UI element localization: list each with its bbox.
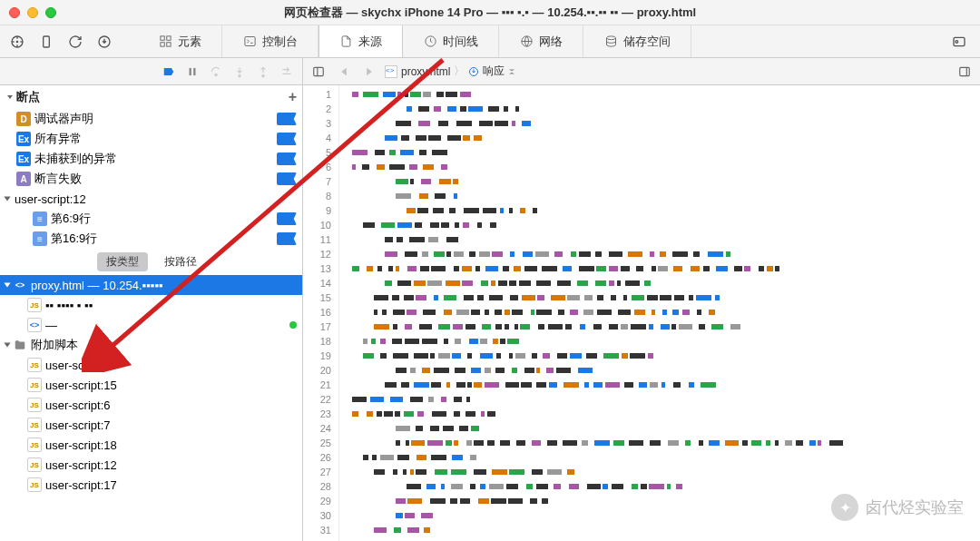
filter-by-path[interactable]: 按路径 [155,252,206,271]
tab-label: 来源 [358,34,382,50]
tab-timeline[interactable]: 时间线 [403,25,499,57]
settings-button[interactable] [946,29,973,54]
svg-rect-18 [190,67,191,74]
file-row[interactable]: <>— [0,315,302,335]
breakpoint-tag[interactable] [277,113,297,125]
group-label: user-script:12 [15,192,297,206]
pause-button[interactable] [182,62,202,82]
script-row[interactable]: JSuser-script:12 [0,455,302,475]
breakpoint-row[interactable]: A断言失败 [0,169,302,189]
code-area[interactable]: 1234567891011121314151617181920212223242… [303,85,980,541]
breakpoint-type-icon: Ex [16,152,31,166]
breakpoint-line-row[interactable]: ≡第16:9行 [0,229,302,249]
minimize-window-button[interactable] [27,7,38,18]
sources-filter: 按类型 按路径 [0,249,302,275]
section-label: 附加脚本 [31,337,297,353]
top-toolbar: 元素 控制台 来源 时间线 网络 储存空间 [0,25,980,58]
nav-forward-button[interactable] [359,62,379,82]
breakpoint-type-icon: D [16,112,31,126]
js-file-icon: JS [27,477,42,492]
folder-icon [13,338,27,352]
breakpoint-tag[interactable] [277,212,297,225]
breakpoint-tag[interactable] [277,152,297,165]
breakpoint-row[interactable]: Ex所有异常 [0,129,302,149]
watermark-logo: ✦ [831,494,858,521]
svg-rect-19 [193,67,195,74]
nav-back-button[interactable] [334,62,354,82]
user-script-group[interactable]: user-script:12 [0,189,302,209]
device-button[interactable] [33,29,60,54]
filter-by-type[interactable]: 按类型 [97,252,148,271]
extra-scripts-section[interactable]: 附加脚本 [0,335,302,355]
tab-network[interactable]: 网络 [499,25,583,57]
breadcrumb-sep: 〉 [454,64,465,79]
tab-label: 时间线 [443,34,478,50]
traffic-lights [9,7,56,18]
sidebar-toggle-button[interactable] [309,62,328,82]
step-into-button[interactable] [230,62,250,82]
js-file-icon: JS [27,418,42,432]
breadcrumb[interactable]: <> proxy.html 〉 响应 [385,64,515,79]
sources-sidebar: 断点 + D调试器声明Ex所有异常Ex未捕获到的异常A断言失败 user-scr… [0,58,303,541]
editor-settings-button[interactable] [955,62,975,82]
svg-point-22 [262,74,264,76]
script-row[interactable]: JSuser-script:15 [0,375,302,395]
step-over-button[interactable] [206,62,226,82]
file-label: user-script:6 [45,398,297,412]
breakpoint-row[interactable]: D调试器声明 [0,109,302,129]
breakpoint-line-row[interactable]: ≡第6:9行 [0,209,302,229]
html-file-icon: <> [13,278,27,292]
modified-indicator [289,321,297,329]
script-row[interactable]: JSuser-script:18 [0,435,302,455]
script-row[interactable]: JSuser-script:6 [0,395,302,415]
editor-toolbar: <> proxy.html 〉 响应 [303,58,980,85]
script-row[interactable]: JSuser-script:17 [0,475,302,495]
download-button[interactable] [91,29,118,54]
breadcrumb-file: proxy.html [401,65,450,78]
breakpoint-label: 未捕获到的异常 [34,151,277,167]
file-row[interactable]: JS▪▪ ▪▪▪▪ ▪ ▪▪ [0,295,302,315]
tab-sources[interactable]: 来源 [318,25,403,57]
watermark: ✦ 卤代烃实验室 [831,494,964,521]
js-file-icon: JS [27,457,42,472]
file-label: proxy.html — 10.254.▪▪▪▪▪ [31,279,297,292]
breakpoint-tag[interactable] [277,232,297,245]
breakpoint-type-icon: Ex [16,132,31,146]
line-label: 第16:9行 [51,231,277,247]
breakpoint-row[interactable]: Ex未捕获到的异常 [0,149,302,169]
svg-rect-8 [161,36,164,40]
file-label: user-script:18 [45,438,297,452]
script-row[interactable]: JSuser-script:7 [0,415,302,435]
file-label: — [45,319,289,332]
breakpoints-toggle[interactable] [159,62,179,82]
js-file-icon: JS [27,438,42,452]
code-content [339,85,980,541]
section-label: 断点 [16,89,40,105]
window-titlebar: 网页检查器 — skychx iPhone 14 Pro — ▪▪▪ ▪.▪ —… [0,0,980,25]
watermark-text: 卤代烃实验室 [866,498,964,516]
zoom-window-button[interactable] [45,7,56,18]
svg-rect-26 [960,67,970,75]
line-label: 第6:9行 [51,211,277,227]
tab-console[interactable]: 控制台 [222,25,318,57]
svg-rect-11 [167,43,171,46]
step-out-button[interactable] [253,62,273,82]
file-label: user-script:7 [45,418,297,432]
tab-storage[interactable]: 储存空间 [583,25,691,57]
breakpoint-tag[interactable] [277,133,297,145]
add-breakpoint-button[interactable]: + [289,89,297,105]
line-icon: ≡ [33,231,47,246]
reload-button[interactable] [62,29,89,54]
step-button[interactable] [277,62,297,82]
file-tree-root[interactable]: <> proxy.html — 10.254.▪▪▪▪▪ [0,275,302,295]
svg-rect-9 [167,36,171,40]
svg-rect-10 [161,43,164,46]
script-row[interactable]: JSuser-script:5 [0,355,302,375]
inspect-element-button[interactable] [4,29,31,54]
js-file-icon: JS [27,378,42,392]
close-window-button[interactable] [9,7,20,18]
tab-elements[interactable]: 元素 [138,25,222,57]
file-label: user-script:5 [45,359,297,372]
breakpoints-section[interactable]: 断点 + [0,85,302,109]
breakpoint-tag[interactable] [277,172,297,185]
